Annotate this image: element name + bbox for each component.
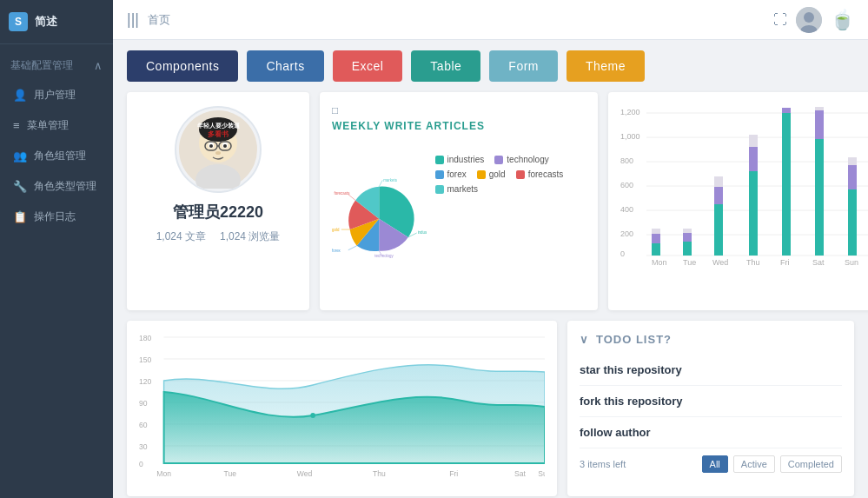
sidebar-section-config: 基础配置管理 ∧ 👤 用户管理 ≡ 菜单管理 👥 角色组管理 🔧 角色类型管理 … (0, 44, 113, 239)
todo-tab-active[interactable]: Active (733, 455, 775, 473)
fullscreen-icon[interactable]: ⛶ (773, 12, 787, 28)
sidebar-logo-icon: S (9, 12, 28, 31)
svg-rect-50 (714, 187, 723, 204)
legend-item-forex: forex (435, 169, 467, 179)
svg-text:Mon: Mon (156, 469, 171, 478)
pie-chart-title: WEEKLY WRITE ARTICLES (332, 120, 586, 132)
svg-rect-46 (683, 242, 692, 256)
sidebar-item-log[interactable]: 📋 操作日志 (0, 202, 113, 232)
legend-dot-markets (435, 185, 444, 194)
svg-rect-51 (714, 176, 723, 187)
svg-rect-57 (815, 139, 824, 256)
table-button[interactable]: Table (411, 50, 480, 82)
svg-rect-48 (683, 229, 692, 233)
todo-footer: 3 items left All Active Completed (580, 455, 842, 473)
sidebar-logo[interactable]: S 简述 (0, 0, 113, 44)
sidebar-item-label: 菜单管理 (27, 118, 69, 133)
components-button[interactable]: Components (127, 50, 238, 82)
charts-button[interactable]: Charts (247, 50, 323, 82)
legend-item-markets: markets (435, 184, 479, 194)
excel-button[interactable]: Excel (333, 50, 403, 82)
todo-title: TODO LIST? (596, 333, 672, 346)
legend-label-gold: gold (489, 169, 506, 179)
sidebar-item-label: 角色类型管理 (34, 179, 96, 194)
bottom-row: 180 150 120 90 60 30 0 (127, 321, 854, 496)
svg-text:800: 800 (620, 156, 633, 165)
menu-icon: ≡ (13, 119, 20, 132)
svg-rect-56 (782, 108, 791, 113)
svg-line-23 (348, 246, 357, 250)
todo-header: ∨ TODO LIST? (580, 333, 842, 346)
theme-button[interactable]: Theme (567, 50, 645, 82)
svg-rect-52 (749, 171, 758, 256)
svg-point-10 (209, 144, 213, 148)
legend-dot-forecasts (516, 170, 525, 179)
svg-text:年轻人要少装逼: 年轻人要少装逼 (196, 122, 241, 129)
svg-line-17 (379, 180, 382, 186)
sidebar-item-roletype[interactable]: 🔧 角色类型管理 (0, 171, 113, 202)
main-area: ||| 首页 ⛶ 🍵 Components Charts Excel Table… (113, 0, 868, 498)
legend-dot-industries (435, 156, 444, 164)
svg-rect-58 (815, 110, 824, 139)
svg-rect-45 (652, 229, 660, 234)
legend-item-gold: gold (477, 169, 506, 179)
svg-text:60: 60 (139, 421, 148, 429)
window-icon: □ (332, 104, 586, 116)
sidebar: S 简述 基础配置管理 ∧ 👤 用户管理 ≡ 菜单管理 👥 角色组管理 🔧 角色… (0, 0, 113, 498)
todo-tab-completed[interactable]: Completed (780, 455, 842, 473)
bar-chart-svg: 1,200 1,000 800 600 400 200 0 (620, 104, 868, 269)
legend-label-technology: technology (507, 155, 548, 164)
avatar[interactable] (796, 7, 822, 33)
todo-tab-all[interactable]: All (702, 455, 728, 473)
svg-line-19 (348, 195, 355, 201)
svg-text:150: 150 (139, 355, 151, 364)
svg-text:1,000: 1,000 (620, 132, 640, 141)
legend-label-markets: markets (447, 184, 479, 194)
form-button[interactable]: Form (489, 50, 558, 82)
svg-text:Sat: Sat (514, 469, 526, 478)
sidebar-item-label: 用户管理 (34, 88, 76, 103)
svg-text:Thu: Thu (746, 258, 760, 267)
chevron-down-icon: ∨ (580, 333, 589, 346)
profile-name: 管理员22220 (173, 202, 263, 222)
nav-buttons: Components Charts Excel Table Form Theme (127, 50, 854, 82)
svg-text:Thu: Thu (373, 469, 386, 478)
sidebar-item-users[interactable]: 👤 用户管理 (0, 80, 113, 110)
profile-card: 年轻人要少装逼 多看书 (127, 92, 309, 310)
hamburger-icon[interactable]: ||| (127, 10, 139, 29)
sidebar-item-menu[interactable]: ≡ 菜单管理 (0, 110, 113, 141)
teapot-icon: 🍵 (831, 9, 854, 31)
svg-rect-53 (749, 147, 758, 171)
legend-item-forecasts: forecasts (516, 169, 564, 179)
legend-label-forex: forex (447, 169, 467, 179)
log-icon: 📋 (13, 210, 27, 223)
role-type-icon: 🔧 (13, 180, 27, 193)
sidebar-section-header-config[interactable]: 基础配置管理 ∧ (0, 51, 113, 80)
sidebar-item-rolegroup[interactable]: 👥 角色组管理 (0, 141, 113, 171)
header-right: ⛶ 🍵 (773, 7, 854, 33)
todo-item-1: fork this repository (580, 386, 842, 417)
svg-text:180: 180 (139, 334, 151, 342)
legend-item-industries: industries (435, 155, 485, 164)
svg-rect-49 (714, 204, 723, 256)
svg-rect-55 (782, 113, 791, 256)
svg-text:Sun: Sun (845, 258, 858, 267)
header: ||| 首页 ⛶ 🍵 (113, 0, 868, 40)
svg-text:多看书: 多看书 (208, 129, 229, 138)
legend-item-technology: technology (494, 155, 548, 164)
sidebar-item-label: 角色组管理 (34, 149, 86, 163)
sidebar-section-label: 基础配置管理 (10, 58, 73, 73)
area-chart-svg: 180 150 120 90 60 30 0 (139, 333, 545, 481)
svg-text:1,200: 1,200 (620, 108, 640, 116)
legend-dot-technology (494, 156, 503, 164)
todo-item-2: follow author (580, 417, 842, 448)
bar-chart-card: 1,200 1,000 800 600 400 200 0 (608, 92, 868, 310)
svg-text:Sat: Sat (812, 258, 825, 267)
legend-dot-forex (435, 170, 444, 179)
svg-text:90: 90 (139, 399, 148, 408)
svg-text:Tue: Tue (683, 258, 696, 267)
profile-stats: 1,024 文章 1,024 浏览量 (156, 229, 281, 244)
svg-text:Mon: Mon (652, 258, 667, 267)
svg-text:0: 0 (139, 460, 143, 468)
svg-rect-61 (848, 165, 857, 189)
